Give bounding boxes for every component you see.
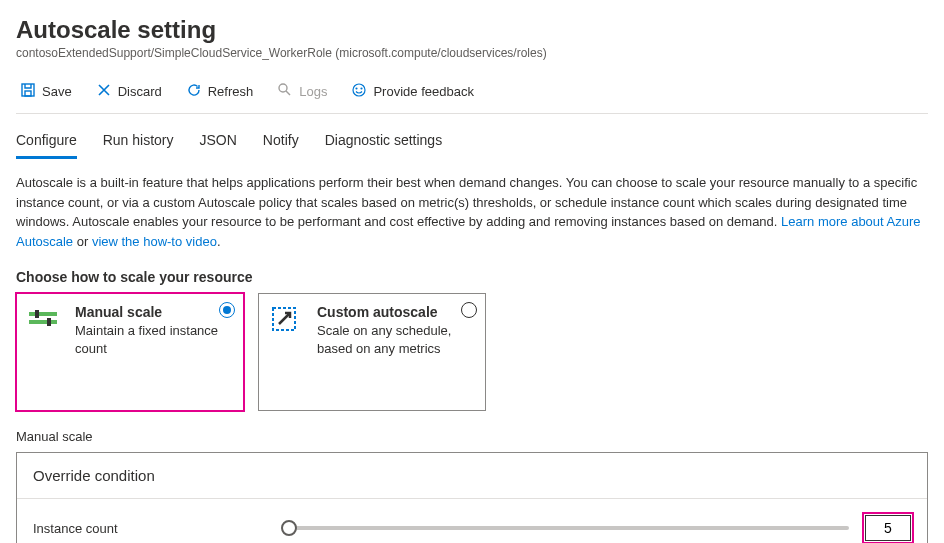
save-button[interactable]: Save [16, 80, 76, 103]
card-manual-desc: Maintain a fixed instance count [75, 322, 231, 357]
radio-custom[interactable] [461, 302, 477, 318]
svg-rect-0 [22, 84, 34, 96]
manual-scale-label: Manual scale [16, 429, 928, 444]
tab-diagnostic[interactable]: Diagnostic settings [325, 124, 443, 159]
feedback-button[interactable]: Provide feedback [347, 80, 477, 103]
tab-configure[interactable]: Configure [16, 124, 77, 159]
svg-rect-8 [35, 310, 39, 318]
desc-or: or [77, 234, 92, 249]
scale-cards: Manual scale Maintain a fixed instance c… [16, 293, 928, 411]
manual-scale-icon [29, 306, 65, 334]
howto-video-link[interactable]: view the how-to video [92, 234, 217, 249]
radio-manual[interactable] [219, 302, 235, 318]
logs-label: Logs [299, 84, 327, 99]
choose-scale-title: Choose how to scale your resource [16, 269, 928, 285]
toolbar: Save Discard Refresh Logs Provide feedba… [16, 74, 928, 114]
page-title: Autoscale setting [16, 16, 928, 44]
description-text: Autoscale is a built-in feature that hel… [16, 173, 928, 251]
card-custom-title: Custom autoscale [317, 304, 473, 320]
feedback-icon [351, 82, 367, 101]
override-condition-header: Override condition [17, 453, 927, 499]
instance-count-input[interactable] [865, 515, 911, 541]
save-icon [20, 82, 36, 101]
breadcrumb: contosoExtendedSupport/SimpleCloudServic… [16, 46, 928, 60]
feedback-label: Provide feedback [373, 84, 473, 99]
svg-rect-9 [47, 318, 51, 326]
discard-label: Discard [118, 84, 162, 99]
close-icon [96, 82, 112, 101]
discard-button[interactable]: Discard [92, 80, 166, 103]
refresh-icon [186, 82, 202, 101]
card-manual-scale[interactable]: Manual scale Maintain a fixed instance c… [16, 293, 244, 411]
slider-thumb[interactable] [281, 520, 297, 536]
slider-track [289, 526, 849, 530]
svg-rect-7 [29, 320, 57, 324]
instance-count-label: Instance count [33, 521, 273, 536]
svg-point-2 [279, 84, 287, 92]
card-manual-title: Manual scale [75, 304, 231, 320]
tab-notify[interactable]: Notify [263, 124, 299, 159]
custom-autoscale-icon [271, 306, 307, 334]
instance-count-row: Instance count [17, 499, 927, 543]
override-condition-box: Override condition Instance count [16, 452, 928, 543]
svg-point-5 [361, 88, 362, 89]
refresh-button[interactable]: Refresh [182, 80, 258, 103]
logs-icon [277, 82, 293, 101]
svg-rect-6 [29, 312, 57, 316]
refresh-label: Refresh [208, 84, 254, 99]
svg-rect-1 [25, 91, 31, 96]
card-custom-desc: Scale on any schedule, based on any metr… [317, 322, 473, 357]
instance-count-slider[interactable] [289, 526, 849, 530]
save-label: Save [42, 84, 72, 99]
tab-run-history[interactable]: Run history [103, 124, 174, 159]
logs-button: Logs [273, 80, 331, 103]
svg-point-3 [353, 84, 365, 96]
tab-json[interactable]: JSON [200, 124, 237, 159]
svg-point-4 [356, 88, 357, 89]
tabs: Configure Run history JSON Notify Diagno… [16, 124, 928, 159]
card-custom-autoscale[interactable]: Custom autoscale Scale on any schedule, … [258, 293, 486, 411]
desc-period: . [217, 234, 221, 249]
